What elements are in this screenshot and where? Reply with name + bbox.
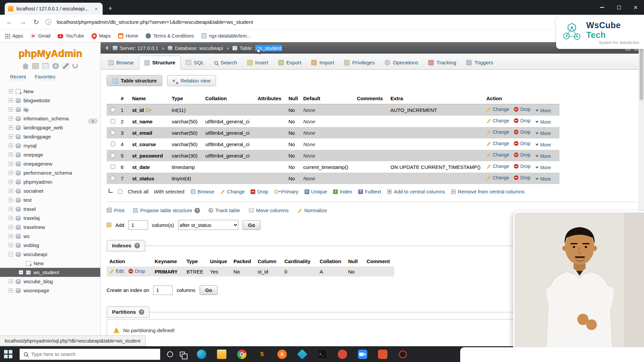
dark-red-ring-app-icon[interactable]	[399, 350, 407, 358]
expander-icon[interactable]	[9, 134, 13, 139]
more-link[interactable]: More	[535, 119, 551, 125]
row-checkbox[interactable]	[111, 130, 115, 135]
expander-icon[interactable]	[9, 98, 13, 103]
sidebar-tree-item[interactable]: phpmyadmin	[0, 177, 100, 186]
chrome-icon[interactable]	[237, 350, 247, 359]
change-link[interactable]: Change	[486, 107, 509, 112]
expander-icon[interactable]	[9, 116, 13, 121]
settings-icon[interactable]	[52, 63, 59, 69]
video-call-app-icon[interactable]	[358, 350, 367, 359]
expander-icon[interactable]	[9, 89, 13, 94]
add-column-go-button[interactable]: Go	[243, 220, 261, 230]
help-icon[interactable]	[195, 208, 200, 213]
taskbar-search[interactable]	[19, 349, 160, 360]
add-column-count-input[interactable]	[128, 220, 148, 230]
main-tab[interactable]: Search	[209, 56, 242, 69]
more-link[interactable]: More	[535, 154, 551, 159]
table-tool-link[interactable]: Propose table structure	[133, 207, 200, 213]
main-tab[interactable]: Browse	[103, 56, 139, 69]
with-selected-action[interactable]: Browse	[191, 189, 214, 194]
expander-icon[interactable]	[9, 153, 13, 157]
sidebar-tree-item[interactable]: ws	[0, 232, 100, 241]
sidebar-tree-item[interactable]: New	[0, 87, 100, 96]
sidebar-tree-item[interactable]: ws_student	[0, 268, 100, 277]
sidebar-tree-item[interactable]: travelnew	[0, 223, 100, 232]
expander-icon[interactable]	[9, 171, 13, 175]
col-header[interactable]: #	[119, 93, 130, 104]
expander-icon[interactable]	[9, 162, 13, 166]
red-app-icon[interactable]	[338, 350, 347, 359]
sidebar-tree-item[interactable]: wsonepage	[0, 286, 100, 295]
drop-link[interactable]: Drop	[514, 107, 530, 112]
expander-icon[interactable]	[9, 189, 13, 193]
search-input[interactable]	[31, 351, 156, 357]
phpmyadmin-logo[interactable]: phpMyAdmin	[0, 48, 100, 59]
file-explorer-icon[interactable]	[217, 350, 226, 359]
page-info-icon[interactable]	[46, 19, 51, 25]
row-checkbox[interactable]	[111, 119, 115, 123]
back-icon[interactable]	[5, 18, 13, 26]
with-selected-action[interactable]: Drop	[251, 189, 268, 194]
col-header[interactable]: Collation	[203, 93, 256, 104]
create-index-count-input[interactable]	[153, 286, 173, 295]
bookmark-item[interactable]: YouTube	[58, 33, 84, 39]
col-header[interactable]: Name	[130, 93, 170, 104]
sidebar-tree-item[interactable]: travelaj	[0, 214, 100, 223]
drop-link[interactable]: Drop	[514, 175, 530, 180]
bookmark-item[interactable]: Terms & Conditions	[146, 33, 194, 39]
main-tab[interactable]: Insert	[242, 56, 273, 69]
expander-icon[interactable]	[9, 252, 13, 256]
row-checkbox[interactable]	[111, 165, 115, 169]
col-header[interactable]: Extra	[388, 93, 484, 104]
url-text[interactable]: localhost/phpmyadmin/db_structure.php?se…	[57, 19, 253, 25]
drop-link[interactable]: Drop	[514, 164, 530, 169]
sublime-text-icon[interactable]	[257, 350, 267, 359]
col-header[interactable]: Comments	[355, 93, 388, 104]
more-link[interactable]: More	[535, 165, 551, 170]
start-button[interactable]	[4, 350, 13, 359]
sidebar-tree-item[interactable]: information_schema	[0, 114, 100, 123]
col-header[interactable]: Attributes	[256, 93, 286, 104]
favorites-dropdown[interactable]: Favorites	[35, 74, 56, 80]
expander-icon[interactable]	[19, 270, 23, 275]
expander-icon[interactable]	[9, 143, 13, 148]
col-header[interactable]: Null	[286, 93, 301, 104]
indexes-help-icon[interactable]	[135, 243, 140, 248]
scrollbar-thumb[interactable]	[640, 43, 643, 100]
row-checkbox[interactable]	[111, 142, 115, 146]
wrench-icon[interactable]	[62, 63, 69, 69]
close-button[interactable]	[627, 0, 644, 15]
terminal-icon[interactable]	[318, 350, 327, 359]
sidebar-tree-item[interactable]: blogwebsite	[0, 96, 100, 105]
recent-dropdown[interactable]: Recent	[10, 74, 26, 80]
sidebar-tree-item[interactable]: test	[0, 195, 100, 204]
main-tab[interactable]: Structure	[139, 56, 181, 70]
main-tab[interactable]: Operations	[380, 56, 423, 69]
diamond-app-icon[interactable]	[297, 349, 307, 359]
sidebar-tree-item[interactable]: performance_schema	[0, 168, 100, 177]
xampp-icon[interactable]	[277, 350, 287, 359]
minimize-button[interactable]	[594, 0, 610, 15]
main-tab[interactable]: Export	[273, 56, 307, 69]
bookmark-item[interactable]: Home	[118, 33, 138, 39]
task-view-icon[interactable]	[180, 352, 185, 357]
create-index-go-button[interactable]: Go	[200, 285, 218, 295]
partitions-help-icon[interactable]	[139, 309, 144, 315]
sidebar-tree-item[interactable]: New	[0, 259, 100, 268]
expander-icon[interactable]	[9, 279, 13, 284]
expander-icon[interactable]	[9, 225, 13, 229]
with-selected-action[interactable]: Primary	[274, 189, 299, 194]
expander-icon[interactable]	[9, 243, 13, 247]
breadcrumb-server[interactable]: Server: 127.0.0.1	[113, 45, 158, 51]
more-link[interactable]: More	[535, 131, 551, 136]
sidebar-tree-item[interactable]: iip	[0, 105, 100, 114]
sidebar-tree-item[interactable]: travel	[0, 204, 100, 214]
expander-icon[interactable]	[9, 234, 13, 238]
orange-app-icon[interactable]	[378, 350, 387, 359]
change-link[interactable]: Change	[486, 129, 509, 135]
forward-icon[interactable]	[19, 18, 27, 26]
row-checkbox[interactable]	[111, 176, 115, 180]
sidebar-tree-item[interactable]: mysql	[0, 141, 100, 150]
tab-close-icon[interactable]	[93, 6, 99, 12]
expander-icon[interactable]	[9, 198, 13, 202]
